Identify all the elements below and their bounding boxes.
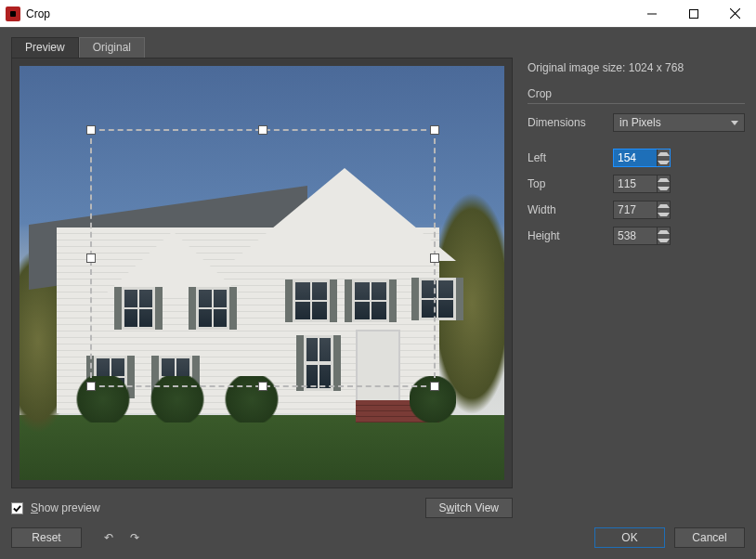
app-icon [6, 6, 20, 21]
crop-handle-s[interactable] [258, 382, 267, 391]
crop-handle-ne[interactable] [430, 125, 439, 135]
left-spin-up[interactable] [658, 150, 670, 158]
left-spin-down[interactable] [658, 158, 670, 166]
reset-button[interactable]: Reset [11, 527, 82, 548]
crop-handle-w[interactable] [86, 254, 96, 263]
crop-handle-se[interactable] [430, 382, 439, 391]
dimensions-label: Dimensions [528, 116, 613, 129]
width-spin-down[interactable] [658, 210, 670, 218]
bottom-bar: Reset ↶ ↷ OK Cancel [11, 527, 745, 548]
ok-button[interactable]: OK [594, 527, 665, 548]
tab-preview[interactable]: Preview [11, 37, 79, 58]
crop-selection[interactable] [90, 129, 436, 387]
height-label: Height [528, 229, 613, 242]
crop-handle-sw[interactable] [86, 382, 96, 391]
maximize-button[interactable] [672, 0, 714, 28]
tabs: Preview Original [11, 37, 513, 58]
chevron-down-icon [731, 121, 738, 125]
top-label: Top [528, 177, 613, 190]
crop-handle-n[interactable] [258, 125, 267, 135]
section-crop: Crop [528, 87, 745, 104]
left-label: Left [528, 151, 613, 164]
crop-handle-e[interactable] [430, 254, 439, 263]
original-size: Original image size: 1024 x 768 [528, 61, 745, 74]
cancel-button[interactable]: Cancel [674, 527, 745, 548]
tab-original[interactable]: Original [79, 37, 145, 58]
show-preview-checkbox[interactable] [11, 502, 23, 514]
height-spin-up[interactable] [658, 228, 670, 236]
height-input[interactable]: 538 [613, 227, 671, 245]
titlebar: Crop [0, 0, 756, 28]
preview-frame [11, 58, 513, 488]
switch-view-button[interactable]: Switch View [425, 498, 514, 518]
right-panel: Original image size: 1024 x 768 Crop Dim… [528, 37, 745, 518]
image-preview[interactable] [20, 66, 504, 480]
top-spin-down[interactable] [658, 184, 670, 192]
left-input[interactable]: 154 [613, 149, 671, 167]
undo-button[interactable]: ↶ [104, 531, 113, 544]
window-title: Crop [26, 7, 631, 20]
minimize-button[interactable] [631, 0, 672, 28]
show-preview-label: Show preview [31, 501, 100, 514]
width-spin-up[interactable] [658, 202, 670, 210]
dimensions-select[interactable]: in Pixels [613, 113, 745, 132]
height-spin-down[interactable] [658, 236, 670, 244]
crop-handle-nw[interactable] [86, 125, 96, 135]
top-input[interactable]: 115 [613, 175, 671, 193]
width-input[interactable]: 717 [613, 201, 671, 219]
left-column: Preview Original [11, 37, 513, 518]
top-spin-up[interactable] [658, 176, 670, 184]
close-button[interactable] [714, 0, 756, 28]
dialog-body: Preview Original [0, 28, 756, 559]
redo-button[interactable]: ↷ [130, 531, 139, 544]
svg-rect-0 [689, 9, 697, 18]
width-label: Width [528, 203, 613, 216]
